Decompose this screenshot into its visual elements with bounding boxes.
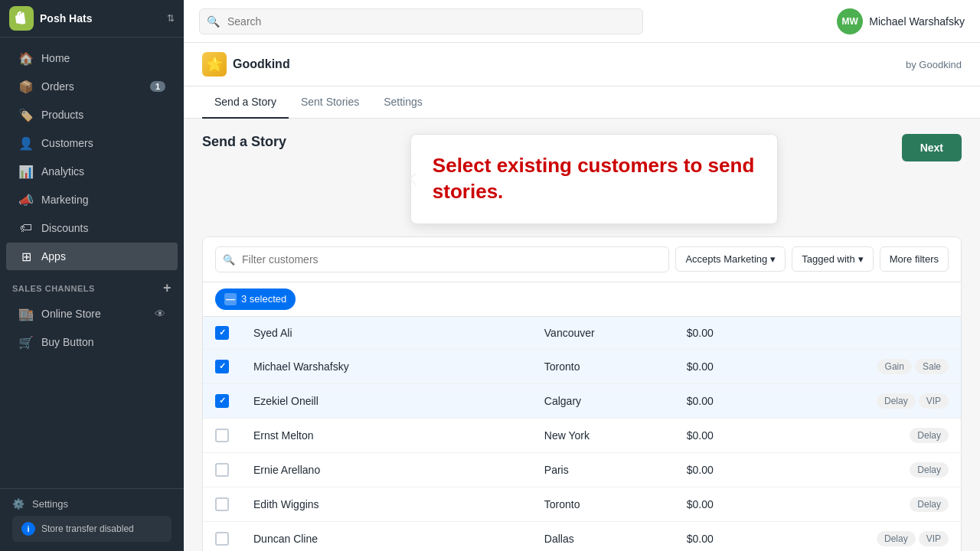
customer-amount: $0.00 bbox=[675, 452, 772, 487]
table-row[interactable]: Syed Ali Vancouver $0.00 bbox=[203, 317, 961, 350]
sidebar-item-customers[interactable]: 👤 Customers bbox=[6, 129, 178, 157]
sidebar-item-discounts[interactable]: 🏷 Discounts bbox=[6, 214, 178, 242]
sidebar-nav: 🏠 Home 📦 Orders 1 🏷️ Products 👤 Customer… bbox=[0, 37, 184, 488]
more-filters-button[interactable]: More filters bbox=[880, 246, 949, 272]
sidebar-item-orders[interactable]: 📦 Orders 1 bbox=[6, 73, 178, 100]
app-logo-icon: 🌟 bbox=[202, 52, 227, 77]
search-icon: 🔍 bbox=[207, 15, 220, 28]
page-body: Send a Story Select existing customers t… bbox=[184, 119, 980, 551]
store-transfer-notice[interactable]: i Store transfer disabled bbox=[12, 516, 172, 542]
table-row[interactable]: Ezekiel Oneill Calgary $0.00 DelayVIP bbox=[203, 383, 961, 418]
customer-tags: GainSale bbox=[772, 349, 961, 383]
topbar: 🔍 MW Michael Warshafsky bbox=[184, 0, 980, 43]
row-checkbox[interactable] bbox=[215, 532, 229, 546]
table-row[interactable]: Edith Wiggins Toronto $0.00 Delay bbox=[203, 487, 961, 521]
customer-tag: Delay bbox=[877, 393, 916, 409]
app-logo-container: 🌟 Goodkind bbox=[202, 52, 290, 77]
global-search: 🔍 bbox=[199, 8, 643, 34]
add-channel-button[interactable]: + bbox=[163, 280, 172, 296]
settings-icon: ⚙️ bbox=[12, 498, 24, 510]
sidebar-item-label: Apps bbox=[41, 250, 66, 262]
customer-name: Ezekiel Oneill bbox=[241, 383, 532, 418]
filter-search-icon: 🔍 bbox=[223, 253, 235, 265]
avatar: MW bbox=[837, 8, 863, 34]
info-icon: i bbox=[21, 522, 35, 536]
settings-nav-item[interactable]: ⚙️ Settings bbox=[12, 498, 172, 510]
sales-channels-header: SALES CHANNELS + bbox=[0, 271, 184, 299]
sidebar-item-label: Customers bbox=[41, 137, 93, 149]
customers-icon: 👤 bbox=[18, 135, 34, 151]
sidebar-item-apps[interactable]: ⊞ Apps bbox=[6, 243, 178, 270]
customer-name: Ernst Melton bbox=[241, 418, 532, 452]
more-filters-label: More filters bbox=[890, 253, 939, 265]
main-content: 🔍 MW Michael Warshafsky 🌟 Goodkind by Go… bbox=[184, 0, 980, 551]
search-input[interactable] bbox=[199, 8, 643, 34]
tagged-with-filter[interactable]: Tagged with ▾ bbox=[792, 246, 873, 272]
table-row[interactable]: Ernst Melton New York $0.00 Delay bbox=[203, 418, 961, 452]
deselect-icon: — bbox=[224, 293, 237, 305]
user-name: Michael Warshafsky bbox=[869, 15, 965, 28]
customer-location: Dallas bbox=[532, 521, 675, 551]
orders-badge: 1 bbox=[150, 81, 165, 92]
table-row[interactable]: Michael Warshafsky Toronto $0.00 GainSal… bbox=[203, 349, 961, 383]
row-checkbox[interactable] bbox=[215, 394, 229, 408]
customer-tag: Delay bbox=[910, 497, 949, 512]
customer-location: Paris bbox=[532, 452, 675, 487]
selected-row: — 3 selected bbox=[203, 282, 961, 317]
sidebar-item-label: Buy Button bbox=[41, 336, 94, 348]
tab-settings[interactable]: Settings bbox=[371, 86, 435, 119]
sidebar-item-buy-button[interactable]: 🛒 Buy Button bbox=[6, 328, 178, 356]
selected-badge[interactable]: — 3 selected bbox=[215, 289, 296, 310]
customer-tag: Sale bbox=[915, 359, 949, 374]
store-selector[interactable]: Posh Hats ⇅ bbox=[0, 0, 184, 37]
customer-tag: VIP bbox=[919, 393, 949, 409]
customer-location: Toronto bbox=[532, 349, 675, 383]
selected-count-label: 3 selected bbox=[241, 293, 286, 305]
topbar-right: MW Michael Warshafsky bbox=[837, 8, 965, 34]
store-name: Posh Hats bbox=[40, 12, 161, 24]
customer-amount: $0.00 bbox=[675, 349, 772, 383]
table-row[interactable]: Duncan Cline Dallas $0.00 DelayVIP bbox=[203, 521, 961, 551]
page-title: Send a Story bbox=[202, 134, 286, 150]
table-row[interactable]: Ernie Arellano Paris $0.00 Delay bbox=[203, 452, 961, 487]
discounts-icon: 🏷 bbox=[18, 220, 34, 236]
row-checkbox[interactable] bbox=[215, 360, 229, 373]
app-by-text: by Goodkind bbox=[906, 59, 962, 70]
tabs-row: Send a Story Sent Stories Settings bbox=[184, 86, 980, 119]
customer-location: Toronto bbox=[532, 487, 675, 521]
customer-name: Edith Wiggins bbox=[241, 487, 532, 521]
row-checkbox[interactable] bbox=[215, 497, 229, 511]
row-checkbox[interactable] bbox=[215, 429, 229, 442]
buy-button-icon: 🛒 bbox=[18, 334, 34, 350]
sidebar-item-products[interactable]: 🏷️ Products bbox=[6, 101, 178, 129]
customer-tags: DelayVIP bbox=[772, 383, 961, 418]
customer-name: Ernie Arellano bbox=[241, 452, 532, 487]
customer-amount: $0.00 bbox=[675, 383, 772, 418]
tab-sent-stories[interactable]: Sent Stories bbox=[289, 86, 371, 119]
customer-list: 🔍 Accepts Marketing ▾ Tagged with ▾ More… bbox=[202, 236, 962, 551]
store-transfer-label: Store transfer disabled bbox=[41, 523, 134, 534]
customer-tags: Delay bbox=[772, 418, 961, 452]
tooltip-callout: Select existing customers to send storie… bbox=[410, 134, 778, 224]
customer-amount: $0.00 bbox=[675, 418, 772, 452]
eye-icon: 👁 bbox=[155, 308, 165, 320]
next-button[interactable]: Next bbox=[902, 134, 962, 161]
sidebar-item-analytics[interactable]: 📊 Analytics bbox=[6, 158, 178, 185]
filters-row: 🔍 Accepts Marketing ▾ Tagged with ▾ More… bbox=[203, 237, 961, 282]
customer-tag: VIP bbox=[919, 531, 949, 546]
customer-amount: $0.00 bbox=[675, 521, 772, 551]
filter-customers-input[interactable] bbox=[215, 246, 669, 272]
content-area: 🌟 Goodkind by Goodkind Send a Story Sent… bbox=[184, 43, 980, 551]
sidebar-item-marketing[interactable]: 📣 Marketing bbox=[6, 186, 178, 214]
sidebar-item-online-store[interactable]: 🏬 Online Store 👁 bbox=[6, 300, 178, 328]
settings-label: Settings bbox=[32, 498, 68, 510]
row-checkbox[interactable] bbox=[215, 326, 229, 340]
accepts-marketing-filter[interactable]: Accepts Marketing ▾ bbox=[675, 246, 786, 272]
tooltip-text: Select existing customers to send storie… bbox=[433, 153, 756, 205]
customer-tag: Delay bbox=[910, 462, 949, 478]
app-header: 🌟 Goodkind by Goodkind bbox=[184, 43, 980, 86]
sidebar-item-home[interactable]: 🏠 Home bbox=[6, 44, 178, 72]
row-checkbox[interactable] bbox=[215, 463, 229, 477]
tab-send-story[interactable]: Send a Story bbox=[202, 86, 289, 119]
sidebar-item-label: Discounts bbox=[41, 222, 88, 234]
